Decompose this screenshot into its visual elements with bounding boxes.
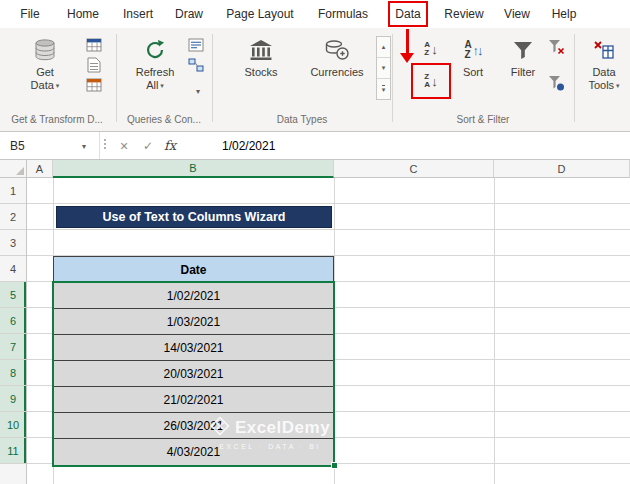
edit-links-button[interactable] xyxy=(186,56,206,74)
sort-arrows-icon: ↑↓ xyxy=(473,43,482,58)
get-data-label-line1: Get xyxy=(36,66,54,79)
sort-dialog-icon: A Z ↑↓ xyxy=(464,36,481,64)
column-header-b[interactable]: B xyxy=(53,160,334,178)
fill-handle[interactable] xyxy=(331,462,338,469)
tab-file[interactable]: File xyxy=(12,2,48,26)
row-header-3[interactable]: 3 xyxy=(0,230,26,256)
cell-b10[interactable]: 26/03/2021 xyxy=(54,413,333,439)
column-header-a[interactable]: A xyxy=(27,160,53,178)
row-header-8[interactable]: 8 xyxy=(0,360,26,386)
coins-icon xyxy=(324,36,350,64)
cell-b5[interactable]: 1/02/2021 xyxy=(54,283,333,309)
tab-insert[interactable]: Insert xyxy=(116,2,160,26)
name-box-value: B5 xyxy=(10,139,25,153)
from-text-button[interactable] xyxy=(84,56,104,74)
ribbon-data: Get Data ▾ Get & Transform D... Re xyxy=(0,28,630,132)
row-header-5[interactable]: 5 xyxy=(0,282,26,308)
data-tools-label-line1: Data xyxy=(592,66,615,79)
refresh-label-text: All xyxy=(146,79,158,92)
arrow-down-icon: ↓ xyxy=(477,43,482,58)
name-box[interactable]: B5 ▾ xyxy=(0,132,100,159)
cell-b6[interactable]: 1/03/2021 xyxy=(54,309,333,335)
row-header-10[interactable]: 10 xyxy=(0,412,26,438)
recent-sources-button[interactable] xyxy=(84,76,104,94)
tab-formulas[interactable]: Formulas xyxy=(310,2,376,26)
filter-label: Filter xyxy=(511,66,535,79)
funnel-icon xyxy=(511,36,535,64)
title-banner-cell-b2[interactable]: Use of Text to Columns Wizard xyxy=(56,206,332,228)
group-label-queries: Queries & Con... xyxy=(118,114,210,125)
get-data-label-text: Data xyxy=(31,79,54,92)
sort-az-letters: A Z xyxy=(424,41,430,57)
group-divider xyxy=(574,34,575,122)
select-all-button[interactable] xyxy=(0,160,27,178)
cell-b11[interactable]: 4/03/2021 xyxy=(54,439,333,465)
stocks-label: Stocks xyxy=(244,66,277,79)
insert-function-icon[interactable]: fx xyxy=(160,132,180,159)
chevron-down-icon[interactable]: ▾ xyxy=(82,142,86,151)
cancel-icon[interactable]: × xyxy=(114,132,134,159)
data-tools-label-text: Tools xyxy=(588,79,614,92)
query-properties-button[interactable] xyxy=(186,36,206,54)
collapse-chevron-icon[interactable]: ▾ xyxy=(188,82,208,100)
data-tools-button[interactable]: Data Tools ▾ xyxy=(580,36,628,92)
row-headers: 1 2 3 4 5 6 7 8 9 10 11 xyxy=(0,178,27,484)
sort-button[interactable]: A Z ↑↓ Sort xyxy=(452,36,494,79)
cell-b4-date-header[interactable]: Date xyxy=(54,257,333,283)
enter-icon[interactable]: ✓ xyxy=(138,132,158,159)
refresh-label-line2: All ▾ xyxy=(146,79,164,92)
gridline xyxy=(494,178,495,484)
formula-bar-drag-handle[interactable] xyxy=(104,139,106,149)
data-tools-label-line2: Tools ▾ xyxy=(588,79,619,92)
arrow-down-icon: ↓ xyxy=(431,43,438,56)
formula-bar-input[interactable]: 1/02/2021 xyxy=(222,132,275,159)
tab-review[interactable]: Review xyxy=(438,2,490,26)
row-header-1[interactable]: 1 xyxy=(0,178,26,204)
row-header-4[interactable]: 4 xyxy=(0,256,26,282)
tab-draw[interactable]: Draw xyxy=(168,2,210,26)
gridline xyxy=(334,178,335,484)
refresh-icon xyxy=(143,36,167,64)
group-label-data-types: Data Types xyxy=(214,114,390,125)
cell-b7[interactable]: 14/03/2021 xyxy=(54,335,333,361)
from-table-button[interactable] xyxy=(84,36,104,54)
ribbon-tab-bar: File Home Insert Draw Page Layout Formul… xyxy=(0,0,630,28)
column-header-c[interactable]: C xyxy=(334,160,494,178)
stocks-button[interactable]: Stocks xyxy=(228,36,294,79)
row-header-9[interactable]: 9 xyxy=(0,386,26,412)
tab-home[interactable]: Home xyxy=(62,2,104,26)
database-icon xyxy=(32,36,58,64)
row-header-7[interactable]: 7 xyxy=(0,334,26,360)
row-header-11[interactable]: 11 xyxy=(0,438,26,464)
sort-az-button[interactable]: A Z ↓ xyxy=(416,36,446,62)
data-types-gallery-scroll[interactable]: ▴ ▾ ▾ xyxy=(376,36,391,100)
sort-letter: Z xyxy=(464,50,471,60)
refresh-all-button[interactable]: Refresh All ▾ xyxy=(126,36,184,92)
formula-bar: B5 ▾ × ✓ fx 1/02/2021 xyxy=(0,132,630,160)
annotation-arrow-line xyxy=(406,29,409,54)
tab-help[interactable]: Help xyxy=(544,2,584,26)
gallery-more-icon[interactable]: ▾ xyxy=(377,79,390,99)
chevron-down-icon: ▾ xyxy=(160,79,164,92)
filter-button[interactable]: Filter xyxy=(500,36,546,79)
advanced-filter-button[interactable] xyxy=(546,74,566,92)
currencies-label: Currencies xyxy=(310,66,363,79)
group-divider xyxy=(116,34,117,122)
tab-data[interactable]: Data xyxy=(388,1,428,27)
clear-filter-button[interactable] xyxy=(546,38,566,56)
row-header-2[interactable]: 2 xyxy=(0,204,26,230)
group-label-get-transform: Get & Transform D... xyxy=(0,114,114,125)
cell-b8[interactable]: 20/03/2021 xyxy=(54,361,333,387)
tab-view[interactable]: View xyxy=(497,2,537,26)
tab-page-layout[interactable]: Page Layout xyxy=(218,2,302,26)
column-header-d[interactable]: D xyxy=(494,160,630,178)
row-header-6[interactable]: 6 xyxy=(0,308,26,334)
get-data-button[interactable]: Get Data ▾ xyxy=(16,36,74,92)
row-header-12[interactable] xyxy=(0,464,26,484)
gallery-down-icon[interactable]: ▾ xyxy=(377,58,390,79)
annotation-arrow-head xyxy=(400,53,414,63)
cell-b9[interactable]: 21/02/2021 xyxy=(54,387,333,413)
currencies-button[interactable]: Currencies xyxy=(302,36,372,79)
gallery-up-icon[interactable]: ▴ xyxy=(377,37,390,58)
gallery-more-glyph: ▾ xyxy=(382,85,386,94)
